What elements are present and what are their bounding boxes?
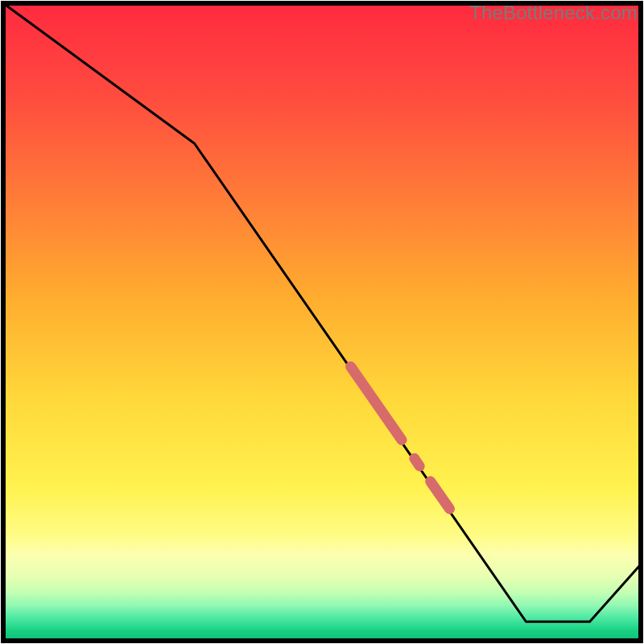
watermark-label: TheBottleneck.com bbox=[469, 2, 638, 24]
bottleneck-highlight-1 bbox=[415, 458, 419, 466]
bottleneck-chart: TheBottleneck.com bbox=[0, 0, 644, 644]
chart-canvas bbox=[0, 0, 644, 644]
gradient-background bbox=[3, 3, 641, 641]
